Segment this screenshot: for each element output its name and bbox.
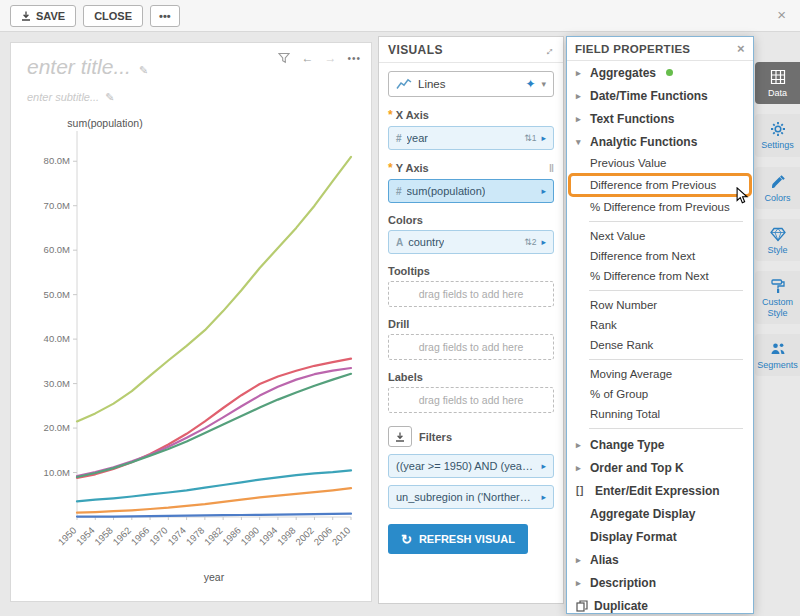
chart-type-selector[interactable]: Lines ✦ ▾ [388,71,554,97]
filter-pill-year-range[interactable]: ((year >= 1950) AND (year <= 2010)) ▸ [388,454,554,478]
field-menu-arrow-icon[interactable]: ▸ [541,186,546,196]
right-sidebar: Data Settings Colors Style Custom Style [755,62,800,386]
labels-shelf-label: Labels [388,371,554,383]
menu-item-difference-from-next[interactable]: Difference from Next [567,246,753,266]
menu-item-moving-average[interactable]: Moving Average [567,364,753,384]
more-options-button[interactable]: ••• [150,5,180,27]
svg-text:70.0M: 70.0M [44,200,70,211]
svg-text:2010: 2010 [330,525,353,548]
chart-type-caret-icon[interactable]: ▾ [541,79,546,89]
window-close-icon[interactable]: × [777,6,786,23]
field-pill-year[interactable]: # year ⇅1 ▸ [388,126,554,150]
svg-text:1958: 1958 [92,525,115,548]
menu-item-difference-from-previous[interactable]: Difference from Previous [568,173,752,197]
field-menu-arrow-icon[interactable]: ▸ [541,133,546,143]
close-label: CLOSE [94,10,132,22]
people-icon [770,341,786,357]
svg-text:1974: 1974 [165,525,188,548]
required-asterisk: * [388,108,393,122]
population-line-chart: 10.0M20.0M30.0M40.0M50.0M60.0M70.0M80.0M… [17,115,367,599]
svg-text:1950: 1950 [56,525,79,548]
sidebar-tab-settings[interactable]: Settings [755,114,800,156]
sidebar-tab-segments[interactable]: Segments [755,334,800,376]
save-download-icon [21,11,31,21]
sidebar-tab-data[interactable]: Data [755,62,800,104]
svg-text:2002: 2002 [293,525,316,548]
menu-item-enter-edit-expression[interactable]: [ ] Enter/Edit Expression [567,479,753,502]
menu-item-previous-value[interactable]: Previous Value [567,153,753,173]
filter-pill-subregion[interactable]: un_subregion in ('Northern Africa') ▸ [388,485,554,509]
menu-item-change-type[interactable]: ▸ Change Type [567,433,753,456]
menu-item-analytic-functions[interactable]: ▾ Analytic Functions [567,130,753,153]
menu-item-rank[interactable]: Rank [567,315,753,335]
menu-item-description[interactable]: ▸ Description [567,571,753,594]
field-menu-arrow-icon[interactable]: ▸ [541,237,546,247]
numeric-type-icon: # [396,186,402,197]
menu-item-pct-difference-from-next[interactable]: % Difference from Next [567,266,753,286]
menu-divider [589,359,743,360]
edit-subtitle-icon[interactable]: ✎ [105,91,114,104]
subtitle-placeholder[interactable]: enter subtitle... [27,91,99,103]
canvas-toolbar: ← → ••• [278,51,361,65]
svg-text:2006: 2006 [311,525,334,548]
menu-item-next-value[interactable]: Next Value [567,226,753,246]
close-button[interactable]: CLOSE [83,5,143,27]
visual-canvas: ← → ••• enter title... ✎ enter subtitle.… [10,42,372,602]
refresh-visual-button[interactable]: ↻ REFRESH VISUAL [388,524,528,554]
menu-item-order-and-top-k[interactable]: ▸ Order and Top K [567,456,753,479]
required-asterisk: * [388,161,393,175]
filter-funnel-icon[interactable] [278,52,290,64]
svg-text:40.0M: 40.0M [44,333,70,344]
history-forward-icon: → [324,51,336,65]
explore-visuals-icon[interactable]: ✦ [525,77,535,91]
field-pill-sum-population[interactable]: # sum(population) ▸ [388,179,554,203]
sidebar-tab-style[interactable]: Style [755,219,800,261]
chevron-right-icon: ▸ [576,68,584,78]
labels-dropzone[interactable]: drag fields to add here [388,387,554,413]
menu-item-row-number[interactable]: Row Number [567,295,753,315]
menu-item-aggregates[interactable]: ▸ Aggregates [567,61,753,84]
expand-panel-icon[interactable]: ↔ [538,40,557,59]
popover-close-icon[interactable]: × [737,41,745,56]
active-aggregate-dot [666,69,673,76]
refresh-icon: ↻ [401,532,412,547]
menu-item-aggregate-display[interactable]: Aggregate Display [567,502,753,525]
gear-icon [770,121,786,137]
sidebar-tab-custom-style[interactable]: Custom Style [755,271,800,324]
save-button[interactable]: SAVE [10,5,76,27]
menu-item-display-format[interactable]: Display Format [567,525,753,548]
visuals-panel-header: VISUALS ↔ [379,37,563,63]
tooltips-dropzone[interactable]: drag fields to add here [388,281,554,307]
tooltips-shelf-label: Tooltips [388,265,554,277]
field-menu-arrow-icon[interactable]: ▸ [541,492,546,502]
field-pill-country[interactable]: A country ⇅2 ▸ [388,230,554,254]
menu-item-duplicate[interactable]: Duplicate [567,594,753,616]
menu-item-dense-rank[interactable]: Dense Rank [567,335,753,355]
filters-header: Filters [388,426,554,447]
history-back-icon[interactable]: ← [301,51,313,65]
menu-item-pct-difference-from-previous[interactable]: % Difference from Previous [567,197,753,217]
title-placeholder[interactable]: enter title... [27,55,131,79]
filters-tray-button[interactable] [388,426,412,447]
subtitle-row: enter subtitle... ✎ [27,91,114,104]
menu-item-text-functions[interactable]: ▸ Text Functions [567,107,753,130]
drill-shelf-label: Drill [388,318,554,330]
drill-dropzone[interactable]: drag fields to add here [388,334,554,360]
menu-item-running-total[interactable]: Running Total [567,404,753,424]
edit-title-icon[interactable]: ✎ [139,64,148,77]
title-row: enter title... ✎ [27,55,148,79]
data-grid-icon [770,69,786,85]
visuals-panel-title: VISUALS [388,43,443,57]
menu-item-datetime-functions[interactable]: ▸ Date/Time Functions [567,84,753,107]
chart-type-label: Lines [418,78,446,90]
canvas-more-icon[interactable]: ••• [347,53,361,64]
menu-item-pct-of-group[interactable]: % of Group [567,384,753,404]
field-properties-header: FIELD PROPERTIES × [567,37,753,61]
svg-text:1966: 1966 [129,525,152,548]
field-menu-arrow-icon[interactable]: ▸ [541,461,546,471]
swap-axes-icon[interactable]: ‖ [549,163,554,174]
field-properties-popover: FIELD PROPERTIES × ▸ Aggregates ▸ Date/T… [566,36,754,614]
string-type-icon: A [396,237,403,248]
sidebar-tab-colors[interactable]: Colors [755,167,800,209]
menu-item-alias[interactable]: ▸ Alias [567,548,753,571]
